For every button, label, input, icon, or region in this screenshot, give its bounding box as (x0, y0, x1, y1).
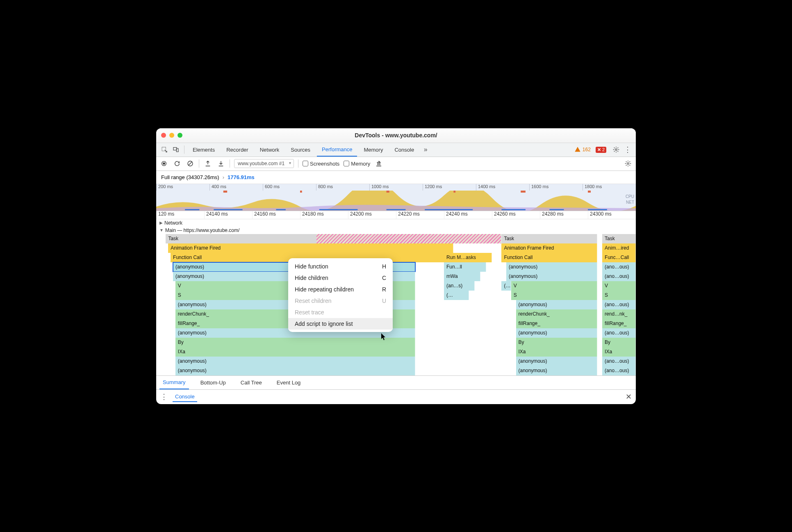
close-icon[interactable] (161, 133, 166, 138)
clear-icon[interactable] (186, 159, 195, 168)
tab-elements[interactable]: Elements (188, 143, 220, 157)
svg-rect-21 (521, 191, 526, 193)
drawer: ⋮ Console ✕ (156, 389, 636, 404)
flame-bar[interactable]: (anonymous) (516, 366, 598, 375)
flame-bar[interactable]: (… (444, 291, 469, 300)
overview-graph (156, 191, 636, 211)
more-tabs-icon[interactable]: » (421, 145, 430, 155)
tab-summary[interactable]: Summary (159, 376, 189, 389)
svg-point-7 (627, 163, 629, 164)
menu-hide-children[interactable]: Hide childrenC (288, 272, 393, 284)
flame-bar[interactable]: V (602, 281, 636, 291)
close-icon[interactable]: ✕ (626, 392, 632, 401)
tab-memory[interactable]: Memory (359, 143, 388, 157)
flame-bar[interactable]: Task (166, 234, 501, 243)
bottom-tabs: Summary Bottom-Up Call Tree Event Log (156, 375, 636, 389)
screenshots-checkbox[interactable]: Screenshots (303, 161, 339, 167)
flame-bar[interactable]: (anonymous) (506, 272, 597, 281)
flame-bar[interactable]: By (175, 338, 415, 347)
minimize-icon[interactable] (169, 133, 174, 138)
tab-performance[interactable]: Performance (317, 143, 357, 157)
svg-rect-18 (300, 191, 302, 193)
flame-bar[interactable]: fillRange_ (516, 319, 598, 328)
flame-bar[interactable]: IXa (516, 347, 598, 357)
devtools-window: DevTools - www.youtube.com/ Elements Rec… (156, 128, 636, 404)
current-range[interactable]: 1776.91ms (228, 174, 255, 180)
reload-icon[interactable] (173, 159, 182, 168)
flame-bar[interactable]: mWa (444, 272, 480, 281)
flame-bar[interactable]: IXa (175, 347, 415, 357)
flame-bar[interactable]: Animation Frame Fired (168, 243, 453, 253)
flame-bar[interactable]: Anim…ired (602, 243, 636, 253)
flame-bar[interactable]: Task (602, 234, 636, 243)
full-range-label[interactable]: Full range (34307.26ms) (161, 174, 219, 180)
flame-bar[interactable]: Fun…ll (444, 262, 486, 272)
flame-bar[interactable]: Function Call (501, 253, 597, 262)
flame-bar[interactable]: fillRange_ (602, 319, 636, 328)
flame-bar[interactable]: (anonymous) (516, 300, 598, 309)
svg-rect-10 (276, 209, 286, 210)
flame-bar[interactable]: (ano…ous) (602, 366, 636, 375)
record-icon[interactable] (159, 159, 168, 168)
flame-bar[interactable]: rend…nk_ (602, 309, 636, 319)
flame-bar[interactable]: S (602, 291, 636, 300)
tab-console[interactable]: Console (389, 143, 419, 157)
menu-hide-repeating[interactable]: Hide repeating childrenR (288, 284, 393, 295)
flame-bar[interactable]: S (511, 291, 598, 300)
drawer-console-tab[interactable]: Console (173, 392, 197, 402)
flame-bar[interactable]: Task (501, 234, 597, 243)
flame-bar[interactable]: (ano…ous) (602, 357, 636, 366)
chevron-icon: › (223, 174, 224, 180)
tab-sources[interactable]: Sources (286, 143, 315, 157)
flame-bar[interactable]: (anonymous) (175, 357, 415, 366)
tab-event-log[interactable]: Event Log (273, 376, 304, 389)
memory-checkbox[interactable]: Memory (344, 161, 370, 167)
tab-bottom-up[interactable]: Bottom-Up (197, 376, 229, 389)
flame-bar[interactable]: IXa (602, 347, 636, 357)
errors-badge[interactable]: ✕2 (596, 147, 606, 153)
svg-rect-17 (223, 191, 227, 193)
flame-area[interactable]: ▶Network ▼Main — https://www.youtube.com… (156, 219, 636, 375)
flame-bar[interactable]: (ano…ous) (602, 328, 636, 338)
recording-select[interactable]: www.youtube.com #1 (234, 159, 294, 168)
warnings-badge[interactable]: 162 (574, 146, 591, 153)
kebab-icon[interactable]: ⋮ (160, 392, 168, 401)
svg-rect-12 (387, 209, 406, 210)
flame-bar[interactable]: V (511, 281, 598, 291)
kebab-icon[interactable]: ⋮ (623, 145, 633, 155)
svg-rect-14 (501, 209, 526, 210)
flame-bar[interactable]: Func…Call (602, 253, 636, 262)
flame-bar[interactable]: renderChunk_ (516, 309, 598, 319)
track-main[interactable]: ▼Main — https://www.youtube.com/ (156, 227, 636, 234)
menu-add-ignore[interactable]: Add script to ignore list (288, 318, 393, 330)
flame-bar[interactable]: (ano…ous) (602, 272, 636, 281)
overview-strip[interactable]: 200 ms 400 ms 600 ms 800 ms 1000 ms 1200… (156, 184, 636, 211)
tab-call-tree[interactable]: Call Tree (237, 376, 265, 389)
flame-bar[interactable]: (an…s) (444, 281, 475, 291)
flame-bar[interactable]: (… (501, 281, 511, 291)
flame-bar[interactable]: (ano…ous) (602, 300, 636, 309)
tab-recorder[interactable]: Recorder (221, 143, 253, 157)
download-icon[interactable] (216, 159, 225, 168)
flame-bar[interactable]: By (602, 338, 636, 347)
svg-rect-19 (387, 191, 389, 193)
track-network[interactable]: ▶Network (156, 219, 636, 227)
garbage-collect-icon[interactable] (374, 159, 383, 168)
inspect-icon[interactable] (159, 145, 169, 155)
flame-bar[interactable]: (anonymous) (516, 328, 598, 338)
flame-bar[interactable]: By (516, 338, 598, 347)
gear-icon[interactable] (624, 159, 633, 168)
menu-hide-function[interactable]: Hide functionH (288, 261, 393, 272)
divider (199, 159, 199, 168)
flame-bar[interactable]: (anonymous) (516, 357, 598, 366)
flame-bar[interactable]: (anonymous) (506, 262, 597, 272)
tab-network[interactable]: Network (255, 143, 284, 157)
maximize-icon[interactable] (178, 133, 182, 138)
flame-bar[interactable]: (anonymous) (175, 366, 415, 375)
flame-bar[interactable]: (ano…ous) (602, 262, 636, 272)
gear-icon[interactable] (611, 145, 621, 155)
flame-bar[interactable]: Animation Frame Fired (501, 243, 597, 253)
flame-bar[interactable]: Run M…asks (444, 253, 492, 262)
device-toggle-icon[interactable] (171, 145, 181, 155)
upload-icon[interactable] (203, 159, 212, 168)
